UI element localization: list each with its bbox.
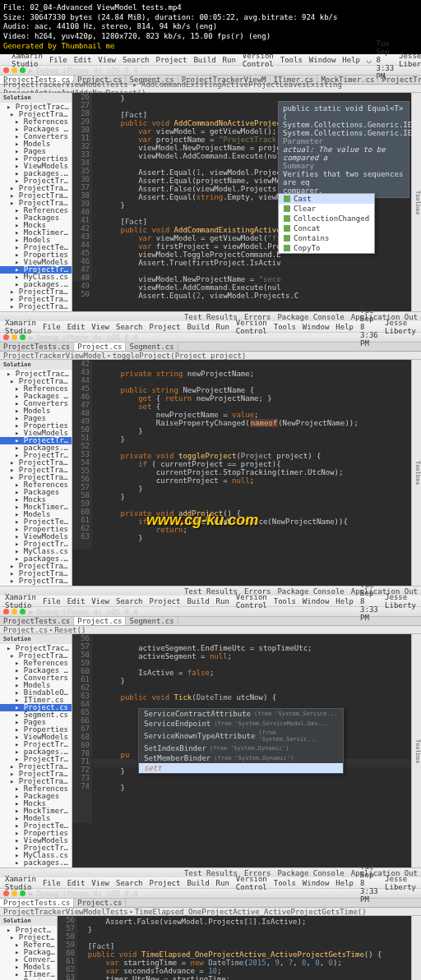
- tree-item[interactable]: ▸ MockTimer.cs: [0, 229, 72, 237]
- tree-item[interactable]: ▸ ProjectTracker: [0, 104, 72, 111]
- tree-item[interactable]: ▸ packages.config: [0, 555, 72, 563]
- tree-item[interactable]: ▸ References: [0, 207, 72, 214]
- tree-item[interactable]: ▸ ProjectTests.cs: [0, 822, 72, 830]
- tree-item[interactable]: ▸ ViewModels: [0, 837, 72, 844]
- tree-item[interactable]: ▸ Converters: [0, 400, 72, 407]
- tree-item[interactable]: ▸ ProjectTests.cs: [0, 244, 72, 251]
- tree-item[interactable]: ▸ Converters: [0, 133, 72, 140]
- tree-item[interactable]: ▸ References: [0, 385, 72, 393]
- tree-item[interactable]: ▸ ViewModels: [0, 163, 72, 170]
- menu-build[interactable]: Build: [193, 56, 215, 64]
- tree-item[interactable]: ▸ ProjectTracker.Droid: [0, 763, 72, 771]
- menu-project[interactable]: Project: [156, 56, 187, 64]
- tree-item[interactable]: ▸ Segment.cs: [0, 711, 72, 719]
- completion-item[interactable]: Cast: [279, 194, 374, 204]
- tree-item[interactable]: ▸ Packages: [0, 489, 72, 496]
- tree-item[interactable]: ▸ References: [0, 660, 72, 667]
- completion-item[interactable]: CollectionChanged: [279, 214, 374, 223]
- tree-item[interactable]: ▸ ProjectTracker: [0, 652, 72, 660]
- close-window[interactable]: [3, 67, 9, 73]
- tree-item[interactable]: ▸ Models: [0, 407, 72, 415]
- tree-item[interactable]: ▸ ProjectTracker.Tests: [0, 778, 72, 785]
- tree-item[interactable]: ▸ Packages: [0, 949, 57, 956]
- tree-item[interactable]: ▸ ProjectTracker.iOS: [0, 467, 72, 474]
- tree-item[interactable]: ▸ Reference: [0, 941, 57, 949]
- minimize-window[interactable]: [12, 67, 17, 73]
- tree-item[interactable]: ▸ Models: [0, 237, 72, 244]
- tree-item[interactable]: ▸ packages.config: [0, 748, 72, 756]
- code-editor[interactable]: 5657585960616263646566676869707172737475…: [58, 916, 411, 980]
- menu-search[interactable]: Search: [123, 56, 150, 64]
- tree-item[interactable]: ▸ Models: [0, 140, 72, 148]
- device-selector[interactable]: iPhone 4s iOS 8.4: [62, 67, 138, 75]
- menu-run[interactable]: Run: [223, 56, 236, 64]
- wifi-icon[interactable]: ◡: [367, 56, 371, 64]
- tree-item[interactable]: ▸ References: [0, 481, 72, 489]
- completion-item[interactable]: SetIndexBinder (from 'System.Dynamic'): [139, 743, 343, 753]
- completion-item[interactable]: CopyTo: [279, 243, 374, 253]
- tree-item[interactable]: ▸ ProjectTracker.iOS: [0, 771, 72, 778]
- tree-item[interactable]: ▸ Properties: [0, 726, 72, 734]
- tree-item[interactable]: ▸ ProjectTracker: [0, 370, 72, 378]
- tree-item[interactable]: ▸ Packages (1 update): [0, 667, 72, 674]
- run-button[interactable]: ▶: [29, 67, 33, 75]
- tree-item[interactable]: ▸ ITimer.cs: [0, 697, 72, 704]
- tree-item[interactable]: ▸ ViewModels: [0, 430, 72, 437]
- tree-item[interactable]: ▸ ProjectTracker.cs: [0, 756, 72, 763]
- menu-view[interactable]: View: [98, 56, 116, 64]
- tree-item[interactable]: ▸ ProjectTracker.Tests: [0, 474, 72, 481]
- completion-item[interactable]: Clear: [279, 204, 374, 214]
- code-editor[interactable]: 2627282930313233343536373839404142434445…: [72, 93, 411, 282]
- config-selector[interactable]: Debug: [36, 67, 58, 75]
- tree-item[interactable]: ▸ ProjectTracker.Tests: [0, 200, 72, 207]
- completion-item[interactable]: SetMemberBinder (from 'System.Dynamic'): [139, 753, 343, 763]
- tree-item[interactable]: ▸ References: [0, 118, 72, 126]
- app-name[interactable]: Xamarin Studio: [5, 319, 36, 335]
- tree-item[interactable]: ▸ ProjectTrackerViewM: [0, 541, 72, 548]
- menu-window[interactable]: Window: [309, 56, 336, 64]
- tree-item[interactable]: ▸ Models: [0, 964, 57, 971]
- tree-item[interactable]: ▸ Properties: [0, 155, 72, 163]
- tree-item[interactable]: ▸ MockTimer.cs: [0, 807, 72, 815]
- app-name[interactable]: Xamarin Studio: [12, 52, 43, 68]
- tree-item[interactable]: ▸ ProjectTracker: [0, 927, 57, 934]
- tree-item[interactable]: ▸ ViewModels: [0, 734, 72, 741]
- tree-item[interactable]: ▸ ProjectTracker: [0, 378, 72, 385]
- tree-item[interactable]: ▸ BindableObjectBase.c: [0, 689, 72, 697]
- zoom-window[interactable]: [20, 67, 25, 73]
- tree-item[interactable]: ▸ ProjectTracker.Tests.Droi: [0, 288, 72, 296]
- tree-item[interactable]: ▸ ProjectTracker.iOS: [0, 192, 72, 200]
- tree-item[interactable]: ▸ Converters: [0, 674, 72, 682]
- tree-item[interactable]: ▸ ITimer.c: [0, 971, 57, 978]
- tree-item[interactable]: ▸ ProjectTracker.cs: [0, 452, 72, 459]
- menu-help[interactable]: Help: [342, 56, 360, 64]
- tree-item[interactable]: ▸ ProjectTrackerViewM: [0, 741, 72, 748]
- tree-item[interactable]: ▸ packages.config: [0, 281, 72, 288]
- user[interactable]: Jesse Liberty: [399, 52, 421, 68]
- test-results[interactable]: Test Results: [184, 313, 238, 321]
- menu-file[interactable]: File: [49, 56, 67, 64]
- tree-item[interactable]: ▸ ViewModels: [0, 259, 72, 266]
- package-console[interactable]: Package Console: [277, 313, 344, 321]
- tree-item[interactable]: ▸ Packages: [0, 214, 72, 222]
- tree-item[interactable]: ▸ ProjectTrack: [0, 934, 57, 941]
- tree-item[interactable]: ▸ ProjectTracker: [0, 645, 72, 652]
- code-editor[interactable]: 4243444546474849505152535455565758596061…: [72, 360, 411, 549]
- completion-item[interactable]: ServiceKnownTypeAttribute (from 'System.…: [139, 729, 343, 743]
- completion-item[interactable]: ServiceEndpoint (from 'System.ServiceMod…: [139, 719, 343, 729]
- tree-item[interactable]: ▸ Pages: [0, 148, 72, 155]
- tree-item[interactable]: ▸ ViewModels: [0, 533, 72, 541]
- tree-item[interactable]: ▸ Models: [0, 682, 72, 689]
- tree-item[interactable]: ▸ MockTimer.cs: [0, 504, 72, 511]
- tree-item[interactable]: ▸ Mocks: [0, 800, 72, 807]
- tree-item[interactable]: ▸ ProjectTracker.Droid: [0, 459, 72, 467]
- tree-item[interactable]: ▸ ProjectTracker.Droid: [0, 185, 72, 192]
- tree-item[interactable]: ▸ Properties: [0, 251, 72, 259]
- tree-item[interactable]: ▸ ProjectTrackerViewM: [0, 266, 72, 274]
- tree-item[interactable]: ▸ Converter: [0, 956, 57, 964]
- tree-item[interactable]: ▸ ProjectTracker.Tests.iOS: [0, 296, 72, 303]
- tree-item[interactable]: ▸ ProjectTracker.Tests.Dro: [0, 563, 72, 570]
- breadcrumb[interactable]: ProjectTrackerViewModelTests ▸ AddComman…: [0, 85, 421, 93]
- menu-tools[interactable]: Tools: [280, 56, 303, 64]
- tree-item[interactable]: ▸ packages.config: [0, 170, 72, 177]
